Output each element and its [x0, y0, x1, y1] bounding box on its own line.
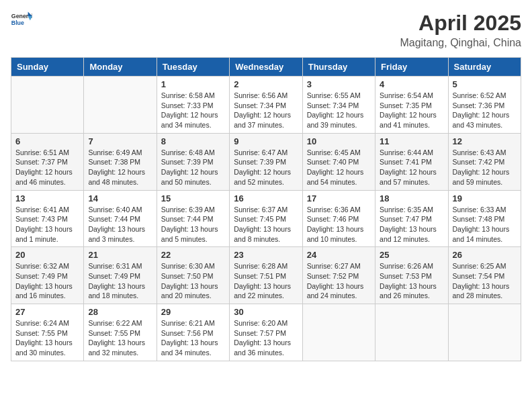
- day-detail: Sunrise: 6:36 AM Sunset: 7:46 PM Dayligh…: [307, 205, 371, 244]
- calendar-day-cell: 6Sunrise: 6:51 AM Sunset: 7:37 PM Daylig…: [11, 133, 84, 190]
- weekday-header-tuesday: Tuesday: [157, 58, 229, 77]
- calendar-day-cell: [448, 304, 521, 361]
- day-detail: Sunrise: 6:27 AM Sunset: 7:52 PM Dayligh…: [307, 261, 371, 301]
- day-detail: Sunrise: 6:37 AM Sunset: 7:45 PM Dayligh…: [234, 205, 298, 244]
- day-detail: Sunrise: 6:35 AM Sunset: 7:47 PM Dayligh…: [380, 205, 443, 244]
- calendar-day-cell: 3Sunrise: 6:55 AM Sunset: 7:34 PM Daylig…: [302, 77, 375, 134]
- day-number: 11: [380, 136, 443, 146]
- day-detail: Sunrise: 6:41 AM Sunset: 7:43 PM Dayligh…: [15, 205, 79, 244]
- day-number: 20: [15, 250, 79, 260]
- day-number: 15: [161, 193, 225, 203]
- weekday-header-thursday: Thursday: [302, 58, 375, 77]
- day-detail: Sunrise: 6:44 AM Sunset: 7:41 PM Dayligh…: [380, 148, 443, 187]
- calendar-day-cell: 27Sunrise: 6:24 AM Sunset: 7:55 PM Dayli…: [11, 304, 84, 361]
- weekday-header-friday: Friday: [375, 58, 448, 77]
- day-number: 6: [15, 136, 79, 146]
- day-number: 8: [161, 136, 225, 146]
- day-detail: Sunrise: 6:39 AM Sunset: 7:44 PM Dayligh…: [161, 205, 225, 244]
- calendar-day-cell: 29Sunrise: 6:21 AM Sunset: 7:56 PM Dayli…: [157, 304, 229, 361]
- calendar-day-cell: 14Sunrise: 6:40 AM Sunset: 7:44 PM Dayli…: [84, 190, 157, 247]
- calendar-day-cell: [11, 77, 84, 134]
- day-number: 19: [453, 193, 517, 203]
- day-detail: Sunrise: 6:33 AM Sunset: 7:48 PM Dayligh…: [453, 205, 517, 244]
- day-detail: Sunrise: 6:24 AM Sunset: 7:55 PM Dayligh…: [15, 318, 79, 358]
- day-number: 14: [88, 193, 152, 203]
- day-number: 16: [234, 193, 298, 203]
- calendar-day-cell: 17Sunrise: 6:36 AM Sunset: 7:46 PM Dayli…: [302, 190, 375, 247]
- day-number: 12: [453, 136, 517, 146]
- calendar-week-row: 27Sunrise: 6:24 AM Sunset: 7:55 PM Dayli…: [11, 304, 521, 361]
- calendar-week-row: 6Sunrise: 6:51 AM Sunset: 7:37 PM Daylig…: [11, 133, 521, 190]
- day-number: 18: [380, 193, 443, 203]
- month-year-title: April 2025: [400, 11, 521, 36]
- day-detail: Sunrise: 6:30 AM Sunset: 7:50 PM Dayligh…: [161, 261, 225, 301]
- calendar-day-cell: 8Sunrise: 6:48 AM Sunset: 7:39 PM Daylig…: [157, 133, 229, 190]
- day-number: 5: [453, 79, 517, 89]
- day-number: 24: [307, 250, 371, 260]
- logo: General Blue: [11, 11, 34, 27]
- calendar-day-cell: [375, 304, 448, 361]
- day-number: 9: [234, 136, 298, 146]
- day-detail: Sunrise: 6:52 AM Sunset: 7:36 PM Dayligh…: [453, 91, 517, 130]
- day-detail: Sunrise: 6:49 AM Sunset: 7:38 PM Dayligh…: [88, 148, 152, 187]
- day-number: 30: [234, 307, 298, 317]
- calendar-day-cell: 30Sunrise: 6:20 AM Sunset: 7:57 PM Dayli…: [230, 304, 302, 361]
- day-detail: Sunrise: 6:26 AM Sunset: 7:53 PM Dayligh…: [380, 261, 443, 301]
- day-detail: Sunrise: 6:56 AM Sunset: 7:34 PM Dayligh…: [234, 91, 298, 130]
- day-detail: Sunrise: 6:47 AM Sunset: 7:39 PM Dayligh…: [234, 148, 298, 187]
- calendar-week-row: 13Sunrise: 6:41 AM Sunset: 7:43 PM Dayli…: [11, 190, 521, 247]
- calendar-week-row: 20Sunrise: 6:32 AM Sunset: 7:49 PM Dayli…: [11, 247, 521, 304]
- calendar-day-cell: [84, 77, 157, 134]
- calendar-day-cell: 13Sunrise: 6:41 AM Sunset: 7:43 PM Dayli…: [11, 190, 84, 247]
- calendar-day-cell: 5Sunrise: 6:52 AM Sunset: 7:36 PM Daylig…: [448, 77, 521, 134]
- day-number: 17: [307, 193, 371, 203]
- calendar-day-cell: 20Sunrise: 6:32 AM Sunset: 7:49 PM Dayli…: [11, 247, 84, 304]
- calendar-day-cell: 11Sunrise: 6:44 AM Sunset: 7:41 PM Dayli…: [375, 133, 448, 190]
- calendar-day-cell: 19Sunrise: 6:33 AM Sunset: 7:48 PM Dayli…: [448, 190, 521, 247]
- day-detail: Sunrise: 6:32 AM Sunset: 7:49 PM Dayligh…: [15, 261, 79, 301]
- day-number: 27: [15, 307, 79, 317]
- day-number: 7: [88, 136, 152, 146]
- day-detail: Sunrise: 6:55 AM Sunset: 7:34 PM Dayligh…: [307, 91, 371, 130]
- weekday-header-sunday: Sunday: [11, 58, 84, 77]
- day-number: 22: [161, 250, 225, 260]
- day-number: 10: [307, 136, 371, 146]
- title-area: April 2025 Magitang, Qinghai, China: [400, 11, 521, 49]
- day-detail: Sunrise: 6:51 AM Sunset: 7:37 PM Dayligh…: [15, 148, 79, 187]
- svg-text:Blue: Blue: [11, 19, 24, 26]
- day-detail: Sunrise: 6:45 AM Sunset: 7:40 PM Dayligh…: [307, 148, 371, 187]
- location-subtitle: Magitang, Qinghai, China: [400, 37, 521, 49]
- logo-icon: General Blue: [11, 11, 32, 27]
- day-number: 25: [380, 250, 443, 260]
- calendar-day-cell: 24Sunrise: 6:27 AM Sunset: 7:52 PM Dayli…: [302, 247, 375, 304]
- day-number: 29: [161, 307, 225, 317]
- day-detail: Sunrise: 6:20 AM Sunset: 7:57 PM Dayligh…: [234, 318, 298, 358]
- weekday-header-saturday: Saturday: [448, 58, 521, 77]
- day-number: 1: [161, 79, 225, 89]
- calendar-day-cell: [302, 304, 375, 361]
- day-detail: Sunrise: 6:22 AM Sunset: 7:55 PM Dayligh…: [88, 318, 152, 358]
- calendar-day-cell: 7Sunrise: 6:49 AM Sunset: 7:38 PM Daylig…: [84, 133, 157, 190]
- calendar-day-cell: 4Sunrise: 6:54 AM Sunset: 7:35 PM Daylig…: [375, 77, 448, 134]
- weekday-header-monday: Monday: [84, 58, 157, 77]
- calendar-day-cell: 15Sunrise: 6:39 AM Sunset: 7:44 PM Dayli…: [157, 190, 229, 247]
- day-detail: Sunrise: 6:25 AM Sunset: 7:54 PM Dayligh…: [453, 261, 517, 301]
- weekday-header-row: SundayMondayTuesdayWednesdayThursdayFrid…: [11, 58, 521, 77]
- day-detail: Sunrise: 6:48 AM Sunset: 7:39 PM Dayligh…: [161, 148, 225, 187]
- day-number: 21: [88, 250, 152, 260]
- day-detail: Sunrise: 6:28 AM Sunset: 7:51 PM Dayligh…: [234, 261, 298, 301]
- day-number: 28: [88, 307, 152, 317]
- calendar-day-cell: 9Sunrise: 6:47 AM Sunset: 7:39 PM Daylig…: [230, 133, 302, 190]
- day-detail: Sunrise: 6:31 AM Sunset: 7:49 PM Dayligh…: [88, 261, 152, 301]
- calendar-day-cell: 22Sunrise: 6:30 AM Sunset: 7:50 PM Dayli…: [157, 247, 229, 304]
- day-number: 2: [234, 79, 298, 89]
- day-detail: Sunrise: 6:54 AM Sunset: 7:35 PM Dayligh…: [380, 91, 443, 130]
- calendar-day-cell: 10Sunrise: 6:45 AM Sunset: 7:40 PM Dayli…: [302, 133, 375, 190]
- day-number: 26: [453, 250, 517, 260]
- weekday-header-wednesday: Wednesday: [230, 58, 302, 77]
- day-number: 3: [307, 79, 371, 89]
- calendar-day-cell: 1Sunrise: 6:58 AM Sunset: 7:33 PM Daylig…: [157, 77, 229, 134]
- calendar-day-cell: 28Sunrise: 6:22 AM Sunset: 7:55 PM Dayli…: [84, 304, 157, 361]
- calendar-table: SundayMondayTuesdayWednesdayThursdayFrid…: [11, 57, 521, 361]
- calendar-week-row: 1Sunrise: 6:58 AM Sunset: 7:33 PM Daylig…: [11, 77, 521, 134]
